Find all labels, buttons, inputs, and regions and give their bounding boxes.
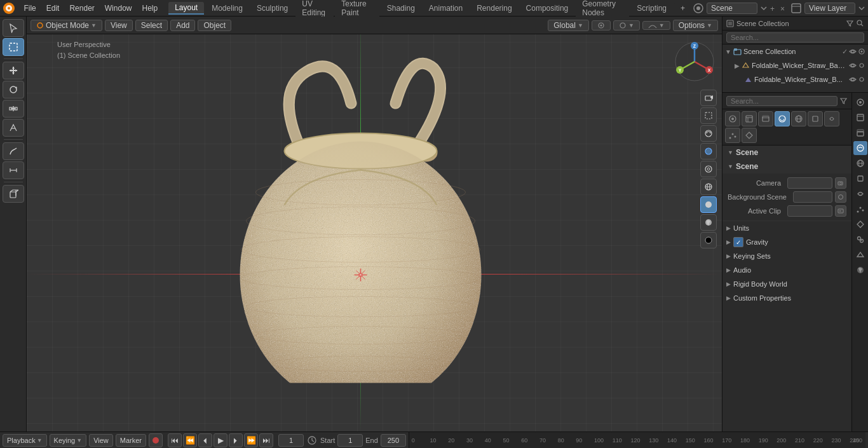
end-frame-input[interactable]: [381, 434, 406, 447]
prev-frame-btn[interactable]: ⏪: [183, 433, 197, 447]
eye-icon-1[interactable]: [849, 62, 857, 69]
side-world-icon[interactable]: [853, 156, 867, 170]
move-tool[interactable]: [3, 62, 24, 79]
solid-btn[interactable]: [700, 196, 717, 213]
prop-modifier-btn[interactable]: [824, 111, 839, 126]
next-keyframe-btn[interactable]: ⏵: [229, 433, 243, 447]
menu-render[interactable]: Render: [65, 3, 98, 14]
props-search-input[interactable]: [726, 96, 837, 106]
props-filter-icon[interactable]: [839, 97, 848, 105]
side-data-icon[interactable]: [853, 248, 867, 262]
side-physics-icon[interactable]: [853, 217, 867, 231]
playback-menu-btn[interactable]: Playback ▼: [3, 434, 47, 447]
options-btn[interactable]: Options ▼: [673, 20, 718, 31]
workspace-modeling[interactable]: Modeling: [205, 3, 249, 14]
side-particles-icon[interactable]: [853, 202, 867, 216]
overlays-btn[interactable]: [700, 143, 717, 160]
next-frame-btn[interactable]: ⏩: [244, 433, 258, 447]
menu-window[interactable]: Window: [100, 3, 137, 14]
prop-output-btn[interactable]: [742, 111, 757, 126]
select-menu-btn[interactable]: Select: [135, 20, 168, 31]
view-menu-btn[interactable]: View: [105, 20, 133, 31]
object-menu-btn[interactable]: Object: [198, 20, 231, 31]
custom-props-section[interactable]: ▶ Custom Properties: [722, 291, 851, 305]
material-btn[interactable]: [700, 214, 717, 231]
select-tool[interactable]: [3, 38, 24, 56]
prop-viewlayer-btn[interactable]: [758, 111, 773, 126]
side-object-icon[interactable]: [853, 172, 867, 186]
wireframe-btn[interactable]: [700, 179, 717, 195]
workspace-texture-paint[interactable]: Texture Paint: [335, 0, 379, 18]
workspace-rendering[interactable]: Rendering: [470, 3, 518, 14]
jump-end-btn[interactable]: ⏭: [259, 433, 273, 447]
workspace-scripting[interactable]: Scripting: [630, 3, 673, 14]
viewport[interactable]: Object Mode ▼ View Select Add Object Glo…: [27, 17, 722, 431]
audio-section[interactable]: ▶ Audio: [722, 263, 851, 277]
bg-scene-value[interactable]: [793, 191, 832, 203]
object-mode-btn[interactable]: Object Mode ▼: [31, 20, 102, 31]
record-btn[interactable]: [149, 433, 163, 447]
active-clip-value[interactable]: [787, 205, 832, 217]
snap-btn[interactable]: [592, 20, 611, 31]
render-dot-icon-2[interactable]: [858, 76, 865, 83]
cursor-tool[interactable]: [3, 19, 24, 37]
global-transform-btn[interactable]: Global ▼: [548, 20, 589, 31]
current-frame-input[interactable]: [278, 434, 304, 447]
side-render-icon[interactable]: [853, 95, 867, 109]
marker-menu-btn[interactable]: Marker: [116, 434, 146, 447]
props-scene-section-header[interactable]: ▼ Scene: [722, 146, 851, 160]
exclude-icon[interactable]: ✓: [842, 48, 848, 56]
active-clip-icon[interactable]: [835, 205, 846, 217]
view-layer-expand-icon[interactable]: [858, 4, 865, 12]
scene-remove-icon[interactable]: ×: [780, 4, 788, 12]
workspace-sculpting[interactable]: Sculpting: [250, 3, 294, 14]
bg-scene-icon[interactable]: [835, 191, 846, 203]
keying-sets-section[interactable]: ▶ Keying Sets: [722, 249, 851, 263]
scale-tool[interactable]: [3, 100, 24, 118]
prev-keyframe-btn[interactable]: ⏴: [198, 433, 212, 447]
rigid-body-world-section[interactable]: ▶ Rigid Body World: [722, 277, 851, 291]
rotate-tool[interactable]: [3, 81, 24, 98]
viewport-canvas[interactable]: User Perspective (1) Scene Collection: [27, 17, 722, 431]
view-layer-selector[interactable]: View Layer: [804, 3, 855, 14]
rendered-btn[interactable]: [700, 232, 717, 248]
prop-world-btn[interactable]: [791, 111, 806, 126]
transform-tool[interactable]: [3, 119, 24, 137]
prop-object-btn[interactable]: [808, 111, 823, 126]
gravity-section[interactable]: ▶ Gravity: [722, 235, 851, 249]
timeline-area[interactable]: 0 10 20 30 40 50 60 70 80 90 100 110 120…: [409, 432, 865, 448]
scene-selector[interactable]: Scene: [707, 3, 757, 14]
clock-icon[interactable]: [306, 435, 318, 446]
side-material-icon[interactable]: [853, 263, 867, 277]
scene-expand-icon[interactable]: [760, 4, 768, 12]
play-btn[interactable]: ▶: [214, 433, 227, 447]
side-constraints-icon[interactable]: [853, 233, 867, 247]
outliner-item-2[interactable]: Foldable_Wicker_Straw_B...: [722, 72, 868, 86]
jump-start-btn[interactable]: ⏮: [168, 433, 182, 447]
add-menu-btn[interactable]: Add: [170, 20, 195, 31]
outliner-item-scene-collection[interactable]: ▼ Scene Collection ✓: [722, 44, 868, 58]
outliner-search-icon[interactable]: [856, 19, 864, 27]
keying-menu-btn[interactable]: Keying ▼: [50, 434, 87, 447]
side-output-icon[interactable]: [853, 111, 867, 125]
camera-value[interactable]: [787, 177, 832, 189]
side-modifier-icon[interactable]: [853, 187, 867, 201]
render-region-btn[interactable]: [700, 107, 717, 124]
nav-gizmo[interactable]: Z X Y: [672, 39, 717, 84]
annotate-tool[interactable]: [3, 142, 24, 160]
prop-render-btn[interactable]: [725, 111, 740, 126]
scene-add-icon[interactable]: +: [770, 4, 778, 12]
workspace-animation[interactable]: Animation: [423, 3, 469, 14]
measure-tool[interactable]: [3, 161, 24, 179]
prop-physics-btn[interactable]: [742, 128, 757, 143]
falloff-btn[interactable]: ▼: [642, 21, 670, 30]
outliner-filter-icon[interactable]: [846, 19, 854, 27]
menu-help[interactable]: Help: [137, 3, 162, 14]
render-icon-ol[interactable]: [858, 48, 865, 55]
view-menu-timeline-btn[interactable]: View: [89, 434, 113, 447]
add-cube-tool[interactable]: [3, 185, 24, 203]
side-viewlayer-icon[interactable]: [853, 126, 867, 140]
view-icon[interactable]: [849, 48, 857, 55]
workspace-add[interactable]: +: [674, 3, 691, 14]
camera-view-btn[interactable]: [700, 90, 717, 106]
